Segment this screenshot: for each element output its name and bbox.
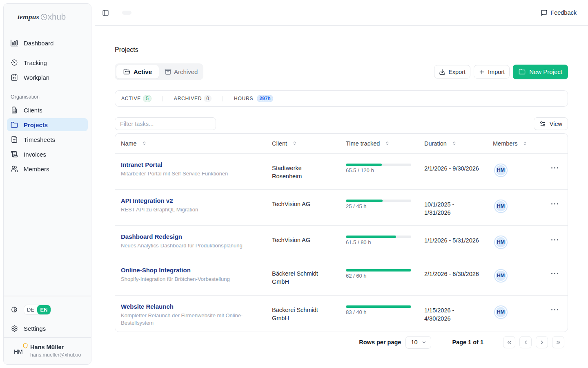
svg-text:31: 31 bbox=[13, 76, 16, 80]
